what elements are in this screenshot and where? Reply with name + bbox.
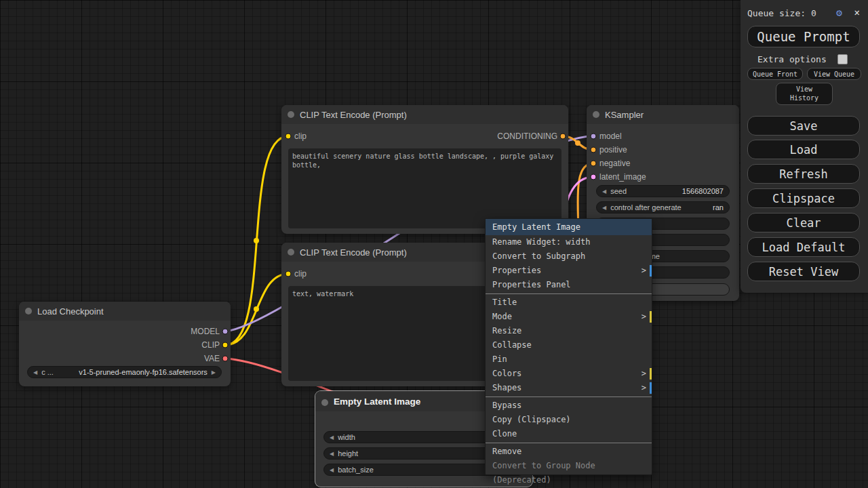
widget-left-arrow-icon[interactable]: ◀ [33,369,37,375]
collapse-dot-icon[interactable] [25,308,32,314]
control-after-generate-widget[interactable]: ◀ control after generate ran [596,201,730,214]
collapse-dot-icon[interactable] [321,399,328,406]
menu-item-copy-clipspace[interactable]: Copy (Clipspace) [486,413,652,427]
menu-item-convert-to-subgraph[interactable]: Convert to Subgraph [486,249,652,264]
widget-left-arrow-icon[interactable]: ◀ [602,205,606,211]
menu-item-label: Bypass [492,401,521,410]
widget-label: c ... [41,368,54,376]
input-label-clip: clip [294,131,307,141]
input-label-positive: positive [599,145,627,155]
menu-item-collapse[interactable]: Collapse [486,338,652,352]
queue-front-button[interactable]: Queue Front [747,68,803,80]
save-button[interactable]: Save [747,116,860,136]
output-slot-model[interactable] [222,329,229,335]
reset-view-button[interactable]: Reset View [747,262,860,281]
widget-label: width [338,433,355,441]
menu-item-convert-to-group-node: Convert to Group Node (Deprecated) [486,459,652,473]
load-default-button[interactable]: Load Default [747,237,860,257]
submenu-arrow-icon: > [642,367,646,381]
context-menu-title: Empty Latent Image [486,219,652,235]
node-title: CLIP Text Encode (Prompt) [300,110,407,120]
node-header[interactable]: KSampler [587,105,739,124]
node-header[interactable]: CLIP Text Encode (Prompt) [281,105,568,124]
clipspace-button[interactable]: Clipspace [747,188,860,208]
menu-item-label: Copy (Clipspace) [492,415,571,424]
node-header[interactable]: Load Checkpoint [19,302,231,321]
input-slot-latent-image[interactable] [591,174,597,180]
menu-item-label: Shapes [492,383,521,392]
submenu-arrow-icon: > [642,381,646,395]
node-context-menu: Empty Latent Image Rename Widget: width … [485,218,652,475]
input-slot-model[interactable] [591,134,597,140]
menu-item-bypass[interactable]: Bypass [486,399,652,413]
widget-right-arrow-icon[interactable]: ▶ [212,369,216,375]
widget-left-arrow-icon[interactable]: ◀ [602,188,606,195]
close-panel-icon[interactable]: ✕ [854,7,860,18]
prompt-text-widget[interactable]: beautiful scenery nature glass bottle la… [288,148,561,228]
widget-label: height [338,449,358,458]
extra-options-label: Extra options [757,54,827,64]
collapse-dot-icon[interactable] [288,111,294,118]
menu-item-rename-widget[interactable]: Rename Widget: width [486,235,652,249]
menu-item-label: Properties Panel [492,280,571,289]
submenu-arrow-icon: > [642,310,646,324]
node-title: Load Checkpoint [37,306,104,317]
extra-options-checkbox[interactable] [837,54,848,64]
menu-item-label: Properties [492,266,541,275]
ckpt-name-widget[interactable]: ◀ c ... v1-5-pruned-emaonly-fp16.safeten… [27,366,222,378]
menu-item-label: Clone [492,429,517,439]
widget-label: control after generate [610,203,682,211]
output-slot-clip[interactable] [222,342,229,348]
widget-value: v1-5-pruned-emaonly-fp16.safetensors [79,368,208,376]
menu-separator [486,396,652,397]
input-label-clip: clip [294,269,307,279]
input-slot-clip[interactable] [285,271,292,277]
node-load-checkpoint[interactable]: Load Checkpoint MODEL CLIP VAE ◀ c ... v… [19,302,231,386]
menu-item-clone[interactable]: Clone [486,427,652,441]
menu-item-properties[interactable]: Properties> [486,264,652,278]
wire-midpoint-dot [254,306,259,312]
input-slot-negative[interactable] [591,161,597,167]
collapse-dot-icon[interactable] [593,111,599,118]
menu-item-label: Convert to Subgraph [492,251,585,261]
node-clip-text-encode-positive[interactable]: CLIP Text Encode (Prompt) clip CONDITION… [281,105,568,234]
load-button[interactable]: Load [747,140,860,159]
menu-item-shapes[interactable]: Shapes> [486,381,652,395]
output-label-model: MODEL [191,327,220,336]
input-label-model: model [599,131,622,141]
clear-button[interactable]: Clear [747,213,860,232]
output-slot-conditioning[interactable] [560,134,566,140]
menu-item-label: Rename Widget: width [492,237,591,247]
menu-item-pin[interactable]: Pin [486,352,652,367]
node-title: KSampler [605,110,644,120]
menu-item-label: Collapse [492,340,532,350]
queue-prompt-button[interactable]: Queue Prompt [747,26,860,47]
widget-left-arrow-icon[interactable]: ◀ [330,451,334,457]
settings-gear-icon[interactable]: ⚙ [836,7,842,19]
view-queue-button[interactable]: View Queue [807,68,861,80]
menu-item-label: Pin [492,354,507,364]
menu-item-colors[interactable]: Colors> [486,367,652,381]
collapse-dot-icon[interactable] [288,249,294,256]
output-slot-vae[interactable] [222,356,229,362]
menu-item-mode[interactable]: Mode> [486,310,652,324]
refresh-button[interactable]: Refresh [747,164,860,184]
comfyui-canvas[interactable]: { "colors": { "clip_wire": "#FFD500", "m… [0,0,868,488]
wire-midpoint-dot [254,238,259,243]
widget-left-arrow-icon[interactable]: ◀ [330,467,334,473]
input-slot-positive[interactable] [591,147,597,153]
output-label-clip: CLIP [201,340,220,350]
seed-widget[interactable]: ◀ seed 1566802087 [596,185,730,197]
menu-item-title[interactable]: Title [486,296,652,310]
widget-label: seed [610,187,627,195]
widget-value: 1566802087 [682,187,724,195]
menu-item-label: Title [492,298,517,307]
widget-left-arrow-icon[interactable]: ◀ [330,434,334,441]
menu-item-remove[interactable]: Remove [486,445,652,459]
menu-item-properties-panel[interactable]: Properties Panel [486,278,652,292]
menu-separator [486,293,652,294]
input-slot-clip[interactable] [285,134,292,140]
view-history-button[interactable]: View History [776,83,833,105]
menu-item-resize[interactable]: Resize [486,324,652,338]
input-label-latent-image: latent_image [599,172,646,182]
